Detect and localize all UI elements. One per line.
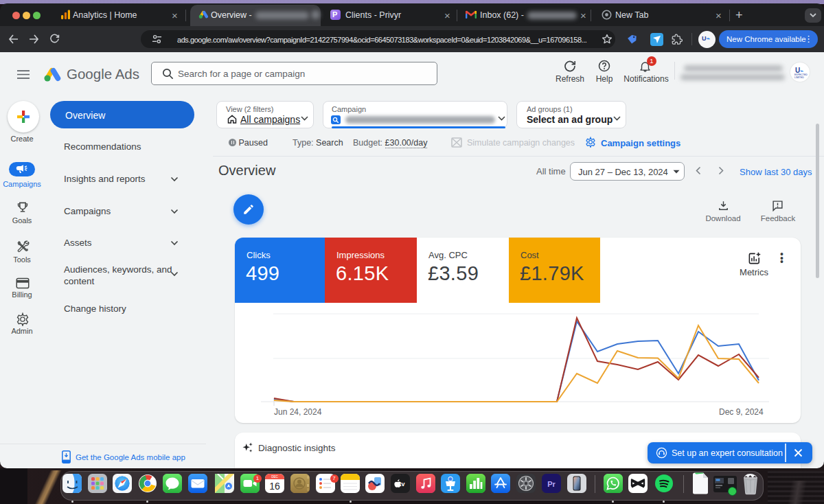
svg-text:16: 16 bbox=[269, 481, 280, 492]
svg-text:DEC: DEC bbox=[271, 475, 278, 479]
svg-text:tv: tv bbox=[399, 481, 404, 488]
svg-text:Pr: Pr bbox=[547, 480, 556, 488]
